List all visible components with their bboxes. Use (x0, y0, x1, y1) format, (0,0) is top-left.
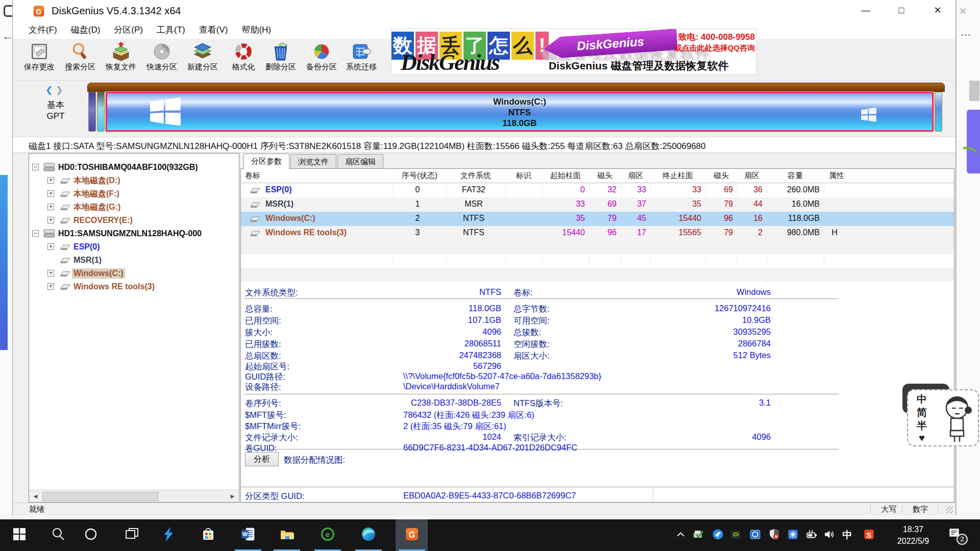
tree-item-windows-c-[interactable]: +Windows(C:) (29, 267, 239, 280)
tray-ime-indicator[interactable]: 中 (840, 519, 855, 551)
diskgenius-app[interactable]: G (396, 519, 428, 551)
tree-item-windows-re-tools-3-[interactable]: +Windows RE tools(3) (29, 280, 239, 293)
tray-sogou[interactable]: S (860, 519, 877, 551)
tree-item-hd0-toshibamq04abf100-932gb-[interactable]: −HD0:TOSHIBAMQ04ABF100(932GB) (29, 161, 239, 174)
tray-messenger[interactable] (710, 519, 725, 551)
menu-item-2[interactable]: 磁盘(D) (71, 22, 101, 38)
column-header-10[interactable]: 扇区 (737, 171, 767, 181)
minimize-button[interactable]: — (854, 0, 877, 20)
tree-item-hd1-samsungmznln128hahq-000[interactable]: −HD1:SAMSUNGMZNLN128HAHQ-000 (29, 227, 239, 240)
expand-icon[interactable]: + (47, 217, 54, 223)
menu-item-3[interactable]: 分区(P) (114, 22, 143, 38)
tray-power[interactable] (804, 519, 819, 551)
toolbar-format-button[interactable]: 格式化 (224, 42, 263, 72)
file-explorer-app[interactable] (275, 519, 299, 551)
maximize-button[interactable]: □ (890, 0, 913, 20)
sogou-mode-char[interactable]: 中 (915, 392, 928, 406)
taskbar-search-button[interactable] (46, 519, 70, 551)
msr-partition-block[interactable] (97, 92, 105, 132)
store-app[interactable] (196, 519, 220, 551)
tray-printer[interactable] (690, 519, 705, 551)
table-row-windows-c-[interactable]: Windows(C:)2NTFS357945154409616118.0GB (241, 212, 954, 226)
edge-app[interactable] (356, 519, 381, 551)
tree-item-esp-0-[interactable]: +ESP(0) (29, 240, 239, 254)
column-header-12[interactable]: 属性 (824, 171, 849, 181)
column-header-6[interactable]: 磁头 (589, 171, 621, 181)
toolbar-search-partition-button[interactable]: 搜索分区 (60, 42, 100, 72)
resize-grip[interactable] (946, 506, 953, 513)
tray-intel[interactable] (747, 519, 763, 551)
tab-1[interactable]: 分区参数 (243, 154, 289, 169)
tree-item--g-[interactable]: +本地磁盘(G:) (29, 201, 239, 214)
expand-icon[interactable]: + (47, 283, 54, 290)
cortana-button[interactable] (79, 519, 103, 551)
analyze-button[interactable]: 分析 (245, 452, 279, 466)
table-row-windows-re-tools-3-[interactable]: Windows RE tools(3)3NTFS1544096171556579… (241, 226, 954, 240)
column-header-4[interactable]: 标识 (505, 171, 542, 181)
green-browser-app[interactable]: e (315, 519, 340, 551)
expand-icon[interactable]: + (47, 177, 54, 184)
tray-security[interactable] (766, 519, 781, 551)
toolbar-system-migrate-button[interactable]: 系统迁移 (341, 42, 381, 72)
column-header-9[interactable]: 磁头 (705, 171, 737, 181)
menu-item-6[interactable]: 帮助(H) (241, 22, 271, 38)
toolbar-new-partition-button[interactable]: 新建分区 (183, 42, 223, 72)
notification-center-icon[interactable]: 2 (948, 527, 961, 541)
scroll-left-arrow-icon[interactable]: ◄ (32, 492, 39, 500)
windows-c-partition-block[interactable]: Windows(C:) NTFS 118.0GB (106, 92, 934, 132)
tab-3[interactable]: 扇区编辑 (337, 154, 383, 168)
expand-icon[interactable]: + (47, 243, 54, 250)
collapse-icon[interactable]: − (32, 230, 39, 237)
menu-item-1[interactable]: 文件(F) (29, 22, 57, 38)
tree-item--f-[interactable]: +本地磁盘(F:) (29, 187, 239, 201)
tree-item--d-[interactable]: +本地磁盘(D:) (29, 174, 239, 187)
tray-volume[interactable] (822, 519, 837, 551)
banner-qq-link[interactable]: 或点击此处选择QQ咨询 (662, 43, 755, 53)
toolbar-delete-partition-button[interactable]: 删除分区 (261, 42, 301, 72)
ad-banner[interactable]: 数据丢了怎么! 磁盘管理及数据恢复软件 DiskGenius 致电: 400-0… (391, 29, 757, 75)
scrollbar-thumb[interactable] (42, 492, 159, 501)
column-header-11[interactable]: 容量 (767, 171, 824, 181)
tray-expand[interactable] (673, 519, 688, 551)
sogou-ime-panel[interactable]: 中简半♥ (907, 389, 979, 446)
column-header-2[interactable]: 序号(状态) (393, 171, 446, 181)
task-view-button[interactable] (119, 519, 144, 551)
sogou-mode-char[interactable]: 简 (915, 406, 928, 419)
table-row-msr-1-[interactable]: MSR(1)1MSR33693735794416.0MB (241, 197, 954, 212)
esp-partition-block[interactable] (88, 92, 96, 132)
scroll-right-arrow-icon[interactable]: ► (229, 492, 236, 500)
thunder-app[interactable] (156, 519, 181, 551)
tray-nvidia[interactable] (728, 519, 743, 551)
expand-icon[interactable]: + (47, 270, 54, 277)
re-tools-partition-block[interactable] (935, 92, 942, 132)
toolbar-backup-partition-button[interactable]: 备份分区 (302, 42, 341, 72)
column-header-8[interactable]: 终止柱面 (650, 171, 705, 181)
column-header-5[interactable]: 起始柱面 (542, 171, 589, 181)
word-app[interactable]: W (236, 519, 260, 551)
tree-item-msr-1-[interactable]: MSR(1) (29, 254, 239, 267)
column-header-7[interactable]: 扇区 (621, 171, 650, 181)
menu-item-4[interactable]: 工具(T) (157, 22, 185, 38)
column-header-1[interactable]: 卷标 (245, 171, 393, 181)
taskbar-clock[interactable]: 18:37 2022/5/9 (891, 523, 935, 547)
sogou-heart-icon[interactable]: ♥ (915, 432, 928, 444)
tab-2[interactable]: 浏览文件 (290, 154, 336, 168)
toolbar-quick-partition-button[interactable]: 快速分区 (142, 42, 182, 72)
next-disk-arrow-icon[interactable]: ❯ (56, 85, 63, 95)
menu-item-5[interactable]: 查看(V) (199, 22, 228, 38)
prev-disk-arrow-icon[interactable]: ❮ (45, 85, 53, 95)
start-button[interactable] (7, 519, 32, 551)
back-arrow-icon[interactable]: ← (2, 30, 13, 43)
expand-icon[interactable]: + (47, 204, 54, 210)
toolbar-recover-files-button[interactable]: 恢复文件 (101, 42, 141, 72)
table-row-esp-0-[interactable]: ESP(0)0FAT3203233336936260.0MB (241, 183, 954, 197)
tree-horizontal-scrollbar[interactable]: ◄ ► (29, 490, 239, 502)
toolbar-save-button[interactable]: 保存更改 (19, 42, 59, 72)
collapse-icon[interactable]: − (32, 164, 39, 170)
column-header-3[interactable]: 文件系统 (446, 171, 505, 181)
sogou-mode-char[interactable]: 半 (915, 419, 928, 433)
tree-item-recovery-e-[interactable]: +RECOVERY(E:) (29, 214, 239, 227)
expand-icon[interactable]: + (47, 190, 54, 197)
tray-snowflake[interactable] (785, 519, 800, 551)
close-button[interactable]: ✕ (926, 0, 949, 20)
